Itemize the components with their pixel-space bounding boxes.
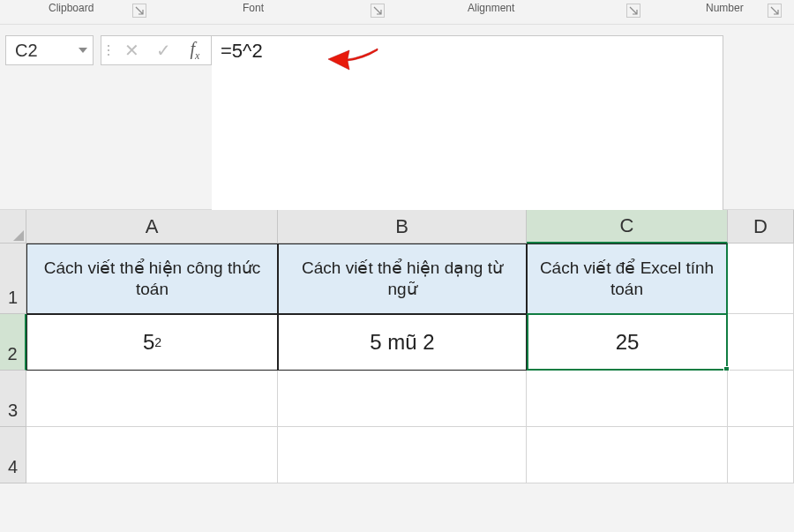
cell-B2[interactable]: 5 mũ 2 bbox=[278, 314, 527, 371]
dialog-launcher-icon[interactable] bbox=[132, 4, 146, 18]
column-header-A[interactable]: A bbox=[26, 210, 278, 244]
table-row: 4 bbox=[0, 427, 794, 483]
name-box[interactable]: C2 bbox=[5, 35, 94, 65]
select-all-corner[interactable] bbox=[0, 210, 26, 244]
table-row: 3 bbox=[0, 371, 794, 427]
grip-dots-icon bbox=[105, 45, 112, 56]
cell-D3[interactable] bbox=[728, 371, 794, 427]
cell-A1[interactable]: Cách viết thể hiện công thức toán bbox=[26, 244, 278, 314]
cell-B3[interactable] bbox=[278, 371, 527, 427]
cell-A2-base: 5 bbox=[143, 330, 154, 355]
table-row: 1 Cách viết thể hiện công thức toán Cách… bbox=[0, 244, 794, 314]
table-row: 2 52 5 mũ 2 25 bbox=[0, 314, 794, 371]
formula-bar-input[interactable]: =5^2 bbox=[212, 35, 723, 212]
cell-A3[interactable] bbox=[26, 371, 278, 427]
dialog-launcher-icon[interactable] bbox=[626, 4, 640, 18]
ribbon-group-number: Number bbox=[706, 2, 744, 14]
formula-bar-value: =5^2 bbox=[221, 40, 263, 62]
cell-D4[interactable] bbox=[728, 427, 794, 483]
row-header-2[interactable]: 2 bbox=[0, 314, 26, 371]
row-header-3[interactable]: 3 bbox=[0, 371, 26, 427]
caret-down-icon bbox=[79, 48, 87, 53]
name-box-value: C2 bbox=[15, 41, 38, 61]
row-header-4[interactable]: 4 bbox=[0, 427, 26, 483]
cell-C3[interactable] bbox=[527, 371, 728, 427]
formula-bar-row: C2 ✕ ✓ fx =5^2 bbox=[0, 25, 794, 210]
ribbon-group-font: Font bbox=[243, 2, 264, 14]
cell-B1[interactable]: Cách viết thể hiện dạng từ ngữ bbox=[278, 244, 527, 314]
ribbon-group-alignment: Alignment bbox=[468, 2, 514, 14]
cell-D2[interactable] bbox=[728, 314, 794, 371]
enter-button[interactable]: ✓ bbox=[147, 36, 179, 64]
cell-C1[interactable]: Cách viết để Excel tính toán bbox=[527, 244, 728, 314]
insert-function-button[interactable]: fx bbox=[179, 36, 211, 64]
column-headers: A B C D bbox=[0, 210, 794, 244]
cell-C2[interactable]: 25 bbox=[527, 314, 728, 371]
formula-bar-buttons: ✕ ✓ fx bbox=[101, 35, 212, 65]
spreadsheet-grid: A B C D 1 Cách viết thể hiện công thức t… bbox=[0, 210, 794, 483]
column-header-C[interactable]: C bbox=[527, 210, 728, 244]
x-icon: ✕ bbox=[124, 40, 139, 61]
dialog-launcher-icon[interactable] bbox=[768, 4, 782, 18]
cancel-button[interactable]: ✕ bbox=[116, 36, 147, 64]
row-header-1[interactable]: 1 bbox=[0, 244, 26, 314]
column-header-D[interactable]: D bbox=[728, 210, 794, 244]
ribbon-group-labels: Clipboard Font Alignment Number bbox=[0, 0, 794, 25]
ribbon-group-clipboard: Clipboard bbox=[49, 2, 94, 14]
cell-C4[interactable] bbox=[527, 427, 728, 483]
cell-A4[interactable] bbox=[26, 427, 278, 483]
column-header-B[interactable]: B bbox=[278, 210, 527, 244]
cell-D1[interactable] bbox=[728, 244, 794, 314]
cell-A2-exp: 2 bbox=[154, 335, 161, 349]
dialog-launcher-icon[interactable] bbox=[371, 4, 385, 18]
check-icon: ✓ bbox=[156, 40, 171, 61]
cell-B4[interactable] bbox=[278, 427, 527, 483]
cell-A2[interactable]: 52 bbox=[26, 314, 278, 371]
fx-icon: fx bbox=[191, 39, 200, 63]
